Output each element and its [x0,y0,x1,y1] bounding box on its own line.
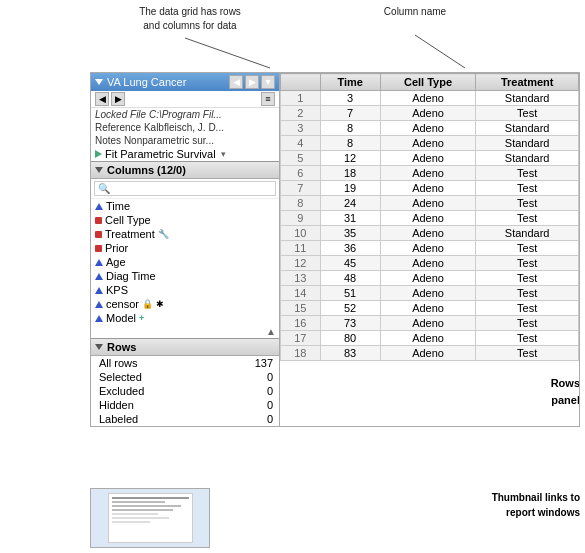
cell-cell-type: Adeno [380,316,476,331]
rows-stat-label: Selected [91,370,214,384]
cell-cell-type: Adeno [380,271,476,286]
thumbnail-area[interactable] [90,488,210,548]
data-table: TimeCell TypeTreatment13AdenoStandard27A… [280,73,579,361]
cell-time: 51 [320,286,380,301]
cell-treatment: Test [476,286,579,301]
table-panel: VA Lung Cancer ◀ ▶ ▼ ◀ ▶ ≡ Locked File [91,73,279,162]
rows-stat-label: Labeled [91,412,214,426]
left-column: VA Lung Cancer ◀ ▶ ▼ ◀ ▶ ≡ Locked File [90,72,280,427]
table-row: 931AdenoTest [281,211,579,226]
cell-time: 12 [320,151,380,166]
column-item-kps[interactable]: KPS [91,283,279,297]
rows-panel-header[interactable]: Rows [91,339,279,356]
table-row: 512AdenoStandard [281,151,579,166]
column-item-cell-type[interactable]: Cell Type [91,213,279,227]
row-number: 9 [281,211,321,226]
table-nav-arrows: ◀ ▶ ▼ [229,75,275,89]
cell-treatment: Test [476,181,579,196]
rows-stat-row: Labeled0 [91,412,279,426]
cell-treatment: Test [476,331,579,346]
column-item-censor[interactable]: censor 🔒✱ [91,297,279,311]
cell-time: 52 [320,301,380,316]
table-next-btn[interactable]: ▶ [245,75,259,89]
locked-file-info: Locked File C:\Program Fil... [91,108,279,121]
cell-cell-type: Adeno [380,166,476,181]
cell-cell-type: Adeno [380,91,476,106]
table-panel-header[interactable]: VA Lung Cancer ◀ ▶ ▼ [91,73,279,91]
table-row: 1348AdenoTest [281,271,579,286]
rows-stat-value: 0 [214,370,279,384]
cell-treatment: Test [476,301,579,316]
table-inner-next[interactable]: ▶ [111,92,125,106]
notes-info: Notes Nonparametric sur... [91,134,279,147]
table-filter-btn[interactable]: ≡ [261,92,275,106]
column-item-model[interactable]: Model + [91,311,279,325]
cell-cell-type: Adeno [380,106,476,121]
thumb-line-6 [112,517,170,519]
row-number: 16 [281,316,321,331]
table-row: 1136AdenoTest [281,241,579,256]
cell-time: 35 [320,226,380,241]
page: The data grid has rows and columns for d… [0,0,585,553]
column-item-age[interactable]: Age [91,255,279,269]
cell-treatment: Test [476,211,579,226]
cell-treatment: Test [476,166,579,181]
rows-stat-label: Hidden [91,398,214,412]
row-number: 14 [281,286,321,301]
row-number: 5 [281,151,321,166]
thumb-line-3 [112,505,181,507]
table-row: 1035AdenoStandard [281,226,579,241]
columns-search-input[interactable] [94,181,276,196]
cell-cell-type: Adeno [380,346,476,361]
cell-time: 73 [320,316,380,331]
row-number: 6 [281,166,321,181]
cell-cell-type: Adeno [380,151,476,166]
cell-treatment: Standard [476,91,579,106]
cell-cell-type: Adeno [380,181,476,196]
fit-chevron: ▾ [221,149,226,159]
rows-stat-value: 0 [214,384,279,398]
thumb-line-2 [112,501,166,503]
cell-treatment: Test [476,196,579,211]
table-row: 13AdenoStandard [281,91,579,106]
row-number: 13 [281,271,321,286]
column-item-treatment[interactable]: Treatment 🔧 [91,227,279,241]
cell-cell-type: Adeno [380,121,476,136]
rows-stat-row: Excluded0 [91,384,279,398]
col-header-Cell Type: Cell Type [380,74,476,91]
rows-stat-label: Excluded [91,384,214,398]
cell-treatment: Test [476,256,579,271]
data-grid[interactable]: TimeCell TypeTreatment13AdenoStandard27A… [280,72,580,427]
row-number: 12 [281,256,321,271]
columns-panel-header[interactable]: Columns (12/0) [91,162,279,179]
table-inner-prev[interactable]: ◀ [95,92,109,106]
cell-treatment: Test [476,316,579,331]
cell-time: 83 [320,346,380,361]
column-item-time[interactable]: Time [91,199,279,213]
cell-time: 8 [320,121,380,136]
column-item-prior[interactable]: Prior [91,241,279,255]
table-menu-btn[interactable]: ▼ [261,75,275,89]
cell-time: 8 [320,136,380,151]
table-row: 1780AdenoTest [281,331,579,346]
table-collapse-icon [95,79,103,85]
table-row: 38AdenoStandard [281,121,579,136]
thumb-line-5 [112,513,158,515]
cell-time: 3 [320,91,380,106]
column-item-diag-time[interactable]: Diag Time [91,269,279,283]
table-row: 618AdenoTest [281,166,579,181]
callout-right: Column name [370,5,460,19]
row-number: 15 [281,301,321,316]
rows-stat-value: 0 [214,398,279,412]
table-row: 1673AdenoTest [281,316,579,331]
table-row: 48AdenoStandard [281,136,579,151]
svg-line-0 [185,38,270,68]
columns-collapse-icon [95,167,103,173]
cell-treatment: Test [476,346,579,361]
fit-row[interactable]: Fit Parametric Survival ▾ [91,147,279,161]
main-panels: VA Lung Cancer ◀ ▶ ▼ ◀ ▶ ≡ Locked File [90,72,580,427]
cell-cell-type: Adeno [380,136,476,151]
cell-treatment: Standard [476,151,579,166]
rows-panel: Rows All rows137Selected0Excluded0Hidden… [91,339,279,426]
table-prev-btn[interactable]: ◀ [229,75,243,89]
